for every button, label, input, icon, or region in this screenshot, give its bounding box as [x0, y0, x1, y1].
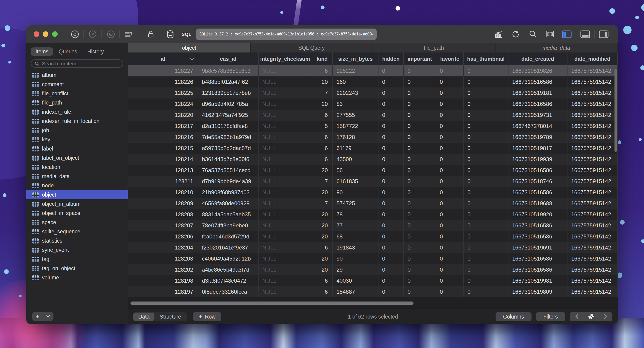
column-header-cas_id[interactable]: cas_id: [198, 52, 258, 65]
cell-important[interactable]: 0: [404, 209, 436, 220]
cell-hidden[interactable]: 0: [378, 220, 404, 231]
cell-integrity_checksum[interactable]: NULL: [258, 242, 312, 253]
table-row[interactable]: 128206fca0bd46d3d5729dNULL20680000166731…: [128, 231, 618, 242]
database-icon[interactable]: [162, 28, 178, 40]
column-header-important[interactable]: important: [404, 52, 436, 65]
cell-integrity_checksum[interactable]: NULL: [258, 65, 312, 76]
cell-kind[interactable]: 7: [312, 198, 333, 209]
cell-size_in_bytes[interactable]: 43500: [333, 154, 378, 165]
cell-date_created[interactable]: 1667310516586: [508, 220, 568, 231]
cell-hidden[interactable]: 0: [378, 154, 404, 165]
table-row[interactable]: 12820946569fa80de00929NULL75747250000166…: [128, 198, 618, 209]
view-tab-data[interactable]: Data: [133, 312, 155, 321]
cell-hidden[interactable]: 0: [378, 198, 404, 209]
cell-kind[interactable]: 20: [312, 220, 333, 231]
cell-hidden[interactable]: 0: [378, 87, 404, 99]
cell-important[interactable]: 0: [404, 154, 436, 165]
cell-cas_id[interactable]: 1231839bc17e78eb: [198, 87, 258, 99]
cell-kind[interactable]: 6: [312, 154, 333, 165]
cell-has_thumbnail[interactable]: 0: [464, 242, 508, 253]
cell-has_thumbnail[interactable]: 0: [464, 198, 508, 209]
cell-hidden[interactable]: 0: [378, 165, 404, 176]
cell-integrity_checksum[interactable]: NULL: [258, 264, 312, 275]
cell-favorite[interactable]: 0: [436, 220, 464, 231]
cell-cas_id[interactable]: 46569fa80de00929: [198, 198, 258, 209]
sidebar-item-file_conflict[interactable]: file_conflict: [26, 89, 128, 98]
cell-favorite[interactable]: 0: [436, 209, 464, 220]
cell-hidden[interactable]: 0: [378, 286, 404, 297]
cell-favorite[interactable]: 0: [436, 275, 464, 286]
cell-date_created[interactable]: 1667310519809: [508, 286, 568, 297]
cell-kind[interactable]: 6: [312, 110, 333, 121]
cell-has_thumbnail[interactable]: 0: [464, 275, 508, 286]
cell-kind[interactable]: 6: [312, 275, 333, 286]
cell-hidden[interactable]: 0: [378, 132, 404, 143]
cell-integrity_checksum[interactable]: NULL: [258, 99, 312, 110]
cell-integrity_checksum[interactable]: NULL: [258, 275, 312, 286]
cell-date_modified[interactable]: 1667575915142: [568, 220, 618, 231]
cell-id[interactable]: 128227: [128, 65, 198, 76]
search-input[interactable]: Search for item...: [31, 59, 123, 68]
chart-icon[interactable]: [490, 28, 507, 40]
cell-date_created[interactable]: 1667310519181: [508, 87, 568, 99]
cell-integrity_checksum[interactable]: NULL: [258, 286, 312, 297]
cell-hidden[interactable]: 0: [378, 231, 404, 242]
cell-favorite[interactable]: 0: [436, 165, 464, 176]
cell-hidden[interactable]: 0: [378, 99, 404, 110]
cell-hidden[interactable]: 0: [378, 264, 404, 275]
cell-cas_id[interactable]: fca0bd46d3d5729d: [198, 231, 258, 242]
cell-date_created[interactable]: 1667310516586: [508, 187, 568, 198]
cell-has_thumbnail[interactable]: 0: [464, 220, 508, 231]
cell-cas_id[interactable]: 9b8c578b3651c8b3: [198, 65, 258, 76]
column-header-date_modified[interactable]: date_modified: [568, 52, 618, 65]
log-list-icon[interactable]: [121, 28, 136, 40]
cell-hidden[interactable]: 0: [378, 65, 404, 76]
cell-hidden[interactable]: 0: [378, 76, 404, 87]
refresh-icon[interactable]: [507, 28, 524, 40]
cell-kind[interactable]: 20: [312, 99, 333, 110]
cell-cas_id[interactable]: 76a537d35514cecd: [198, 165, 258, 176]
sidebar-item-location[interactable]: location: [26, 163, 128, 172]
cell-has_thumbnail[interactable]: 0: [464, 231, 508, 242]
cell-favorite[interactable]: 0: [436, 286, 464, 297]
cell-cas_id[interactable]: 21b908f68b987d03: [198, 187, 258, 198]
window-titlebar[interactable]: SQL SQLite 3.37.2 : ec9e7c37-b753-4e1a-a…: [26, 25, 618, 43]
next-record-button[interactable]: [598, 314, 612, 319]
cell-has_thumbnail[interactable]: 0: [464, 253, 508, 264]
cell-kind[interactable]: 20: [312, 231, 333, 242]
cell-id[interactable]: 128210: [128, 187, 198, 198]
cell-date_created[interactable]: 1667310516586: [508, 165, 568, 176]
cell-cas_id[interactable]: b361443d7c8e00f6: [198, 154, 258, 165]
table-row[interactable]: 12821021b908f68b987d03NULL20900000166731…: [128, 187, 618, 198]
cell-hidden[interactable]: 0: [378, 143, 404, 154]
sidebar-item-comment[interactable]: comment: [26, 80, 128, 89]
cell-important[interactable]: 0: [404, 87, 436, 99]
cell-cas_id[interactable]: 0f8dec733260fcca: [198, 286, 258, 297]
add-item-button[interactable]: +: [32, 313, 43, 320]
cell-favorite[interactable]: 0: [436, 198, 464, 209]
cell-kind[interactable]: 7: [312, 176, 333, 187]
cell-date_modified[interactable]: 1667575915142: [568, 65, 618, 76]
table-row[interactable]: 1282204162f1475a74f925NULL62775550000166…: [128, 110, 618, 121]
cell-date_created[interactable]: 1667310516586: [508, 231, 568, 242]
cell-favorite[interactable]: 0: [436, 132, 464, 143]
cell-important[interactable]: 0: [404, 165, 436, 176]
cell-cas_id[interactable]: a4bc86e5b49a3f7d: [198, 264, 258, 275]
sidebar-item-album[interactable]: album: [26, 70, 128, 80]
cell-important[interactable]: 0: [404, 231, 436, 242]
cell-kind[interactable]: 6: [312, 65, 333, 76]
previous-record-button[interactable]: [570, 314, 584, 319]
cell-date_created[interactable]: 1667310516586: [508, 99, 568, 110]
cell-has_thumbnail[interactable]: 0: [464, 187, 508, 198]
close-window-button[interactable]: [34, 31, 39, 37]
cell-hidden[interactable]: 0: [378, 110, 404, 121]
sidebar-tab-queries[interactable]: Queries: [54, 47, 82, 56]
toggle-bottom-panel-button[interactable]: [577, 28, 594, 40]
cell-favorite[interactable]: 0: [436, 264, 464, 275]
cell-hidden[interactable]: 0: [378, 121, 404, 132]
column-header-id[interactable]: id: [128, 52, 198, 65]
resize-columns-icon[interactable]: [541, 28, 558, 40]
cell-integrity_checksum[interactable]: NULL: [258, 87, 312, 99]
cell-id[interactable]: 128206: [128, 231, 198, 242]
cell-kind[interactable]: 5: [312, 121, 333, 132]
